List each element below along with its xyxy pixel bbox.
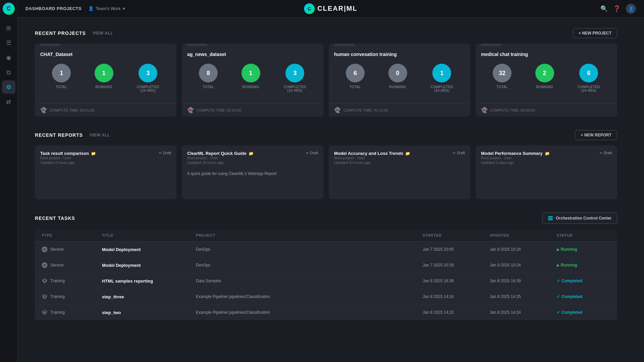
task-row-0[interactable]: Service Model Deployment DevOps Jan 7 20… (35, 242, 617, 257)
project-name-1: ag_news_dataset (187, 52, 318, 57)
report-card-2[interactable]: Model Accuracy and Loss Trends 📁 Root pr… (329, 145, 470, 199)
stat-total-1: 8 (199, 64, 218, 82)
svg-marker-15 (42, 310, 47, 313)
draft-badge-2: ✏ Draft (453, 151, 465, 155)
task-row-3[interactable]: Training step_three Example Pipeline/.pi… (35, 289, 617, 305)
new-project-button[interactable]: + NEW PROJECT (573, 28, 617, 38)
ghost-icon-1: 👻 (187, 107, 194, 113)
svg-rect-1 (548, 218, 553, 219)
task-title-4: step_two (102, 310, 196, 315)
task-type-3: Training (42, 294, 102, 300)
stat-running-2: 0 (388, 64, 407, 82)
sidebar-item-pipelines[interactable]: ⇄ (2, 95, 15, 109)
project-name-2: human convesation training (334, 52, 465, 57)
logo-circle: C (304, 3, 315, 14)
task-project-0: DevOps (196, 247, 423, 252)
recent-reports-title: RECENT REPORTS (35, 132, 83, 138)
svg-marker-13 (42, 279, 47, 282)
topnav-team-selector[interactable]: 👤 Team's Work ▾ (88, 6, 125, 11)
th-project: PROJECT (196, 233, 423, 237)
project-stats-3: 32 TOTAL 2 RUNNING 6 COMPLETED(24 hrs) (481, 64, 612, 93)
sidebar-item-dashboard[interactable]: ⊞ (2, 21, 15, 35)
task-row-2[interactable]: Training HTML samples reporting Data Sam… (35, 273, 617, 289)
new-report-button[interactable]: + NEW REPORT (575, 130, 617, 140)
completed-icon-3 (557, 294, 560, 299)
search-icon[interactable]: 🔍 (600, 5, 608, 12)
recent-tasks-section: RECENT TASKS Orchestration Control Cente… (35, 213, 617, 320)
task-project-4: Example Pipeline/.pipelines/Classificati… (196, 310, 423, 315)
report-card-0[interactable]: Task result comparison 📁 Root project · … (35, 145, 176, 199)
task-status-2: Completed (557, 279, 610, 283)
recent-projects-header: RECENT PROJECTS VIEW ALL + NEW PROJECT (35, 28, 617, 38)
pencil-icon-1: ✏ (306, 151, 309, 155)
report-title-3: Model Performance Summary 📁 (481, 151, 550, 156)
pencil-icon-0: ✏ (159, 151, 162, 155)
report-description-1: A quick guide for using ClearML's WebApp… (187, 171, 318, 177)
completed-icon-2 (557, 279, 560, 283)
stat-running-3: 2 (535, 64, 554, 82)
recent-reports-viewall[interactable]: VIEW ALL (90, 133, 110, 137)
sidebar-logo[interactable]: C (3, 3, 15, 15)
completed-icon-4 (557, 310, 560, 315)
task-row-1[interactable]: Service Model Deployment DevOps Jan 7 20… (35, 257, 617, 273)
task-type-0: Service (42, 246, 102, 252)
project-card-1[interactable]: ag_news_dataset 8 TOTAL 1 RUNNING 3 COMP (182, 44, 323, 117)
project-footer-1: 👻 COMPUTE TIME: 00:33:06 (182, 103, 323, 117)
task-updated-1: Jan 9 2025 10:24 (490, 263, 557, 267)
task-updated-4: Jan 8 2025 14:24 (490, 310, 557, 315)
task-started-4: Jan 8 2025 14:23 (423, 310, 490, 315)
projects-grid: CHAT_Dataset 1 TOTAL 1 RUNNING 3 COMPLET (35, 44, 617, 117)
draft-badge-0: ✏ Draft (159, 151, 171, 155)
user-avatar[interactable]: 👤 (626, 4, 636, 14)
recent-projects-viewall[interactable]: VIEW ALL (93, 31, 113, 36)
task-updated-2: Jan 8 2025 16:39 (490, 279, 557, 283)
stat-running-0: 1 (95, 64, 113, 82)
training-cap-icon-3 (42, 294, 48, 300)
project-card-3[interactable]: medical chat training 32 TOTAL 2 RUNNING… (476, 44, 617, 117)
task-started-1: Jan 7 2025 20:28 (423, 263, 490, 267)
th-title: TITLE (102, 233, 196, 237)
project-card-0[interactable]: CHAT_Dataset 1 TOTAL 1 RUNNING 3 COMPLET (35, 44, 176, 117)
project-stats-0: 1 TOTAL 1 RUNNING 3 COMPLETED(24 hrs) (40, 64, 171, 93)
draft-badge-1: ✏ Draft (306, 151, 318, 155)
sidebar-item-experiments[interactable]: ◉ (2, 51, 15, 64)
recent-projects-title: RECENT PROJECTS (35, 31, 86, 36)
task-status-4: Completed (557, 310, 610, 315)
project-name-0: CHAT_Dataset (40, 52, 171, 57)
topnav-title: DASHBOARD PROJECTS (25, 6, 82, 11)
help-icon[interactable]: ❓ (613, 5, 621, 12)
task-title-1: Model Deployment (102, 263, 196, 268)
task-updated-3: Jan 8 2025 14:25 (490, 294, 557, 299)
folder-icon-0: 📁 (91, 151, 96, 156)
recent-tasks-title: RECENT TASKS (35, 216, 75, 221)
sidebar-item-settings[interactable]: ⚙ (2, 80, 15, 94)
stat-completed-3: 6 (579, 64, 598, 82)
task-title-0: Model Deployment (102, 247, 196, 252)
project-card-2[interactable]: human convesation training 6 TOTAL 0 RUN… (329, 44, 470, 117)
task-started-0: Jan 7 2025 20:05 (423, 247, 490, 252)
sidebar-item-models[interactable]: ⧉ (2, 66, 15, 79)
stat-total-3: 32 (493, 64, 512, 82)
orchestration-icon (548, 216, 553, 221)
orchestration-button[interactable]: Orchestration Control Center (542, 213, 617, 224)
team-person-icon: 👤 (88, 6, 94, 11)
svg-rect-0 (548, 216, 553, 217)
task-updated-0: Jan 9 2025 10:24 (490, 247, 557, 252)
th-status: STATUS (557, 233, 610, 237)
main-content: RECENT PROJECTS VIEW ALL + NEW PROJECT C… (17, 17, 644, 362)
running-icon-0 (557, 247, 559, 252)
sidebar-item-tasks[interactable]: ☰ (2, 36, 15, 50)
team-label: Team's Work (96, 6, 120, 11)
sidebar: C ⊞ ☰ ◉ ⧉ ⚙ ⇄ (0, 0, 17, 362)
task-row-4[interactable]: Training step_two Example Pipeline/.pipe… (35, 305, 617, 320)
task-status-0: Running (557, 247, 610, 252)
report-card-1[interactable]: ClearML Report Quick Guide 📁 Root projec… (182, 145, 323, 199)
task-project-3: Example Pipeline/.pipelines/Classificati… (196, 294, 423, 299)
ghost-icon-0: 👻 (40, 107, 47, 113)
running-icon-1 (557, 263, 559, 267)
ghost-icon-3: 👻 (481, 107, 488, 113)
project-footer-2: 👻 COMPUTE TIME: 01:11:04 (329, 103, 470, 117)
report-title-2: Model Accuracy and Loss Trends 📁 (334, 151, 410, 156)
service-globe-icon-0 (42, 246, 48, 252)
report-card-3[interactable]: Model Performance Summary 📁 Root project… (476, 145, 617, 199)
